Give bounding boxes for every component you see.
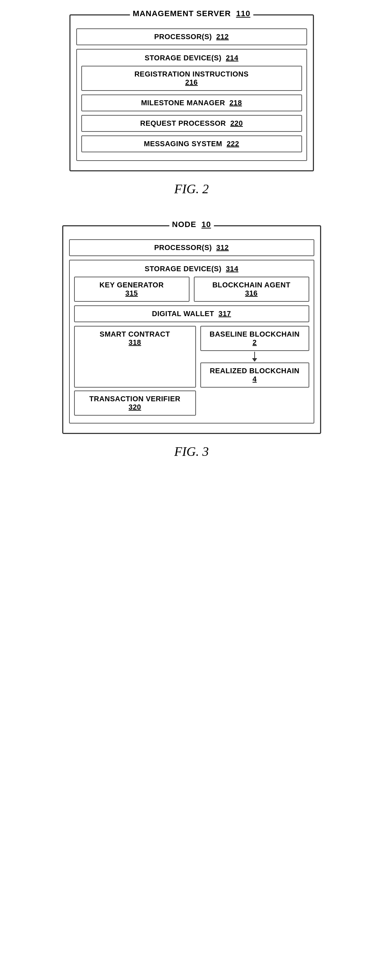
smart-contract-ref: 318 xyxy=(129,339,141,346)
management-server-text: MANAGEMENT SERVER xyxy=(133,9,231,18)
reg-instructions-label: REGISTRATION INSTRUCTIONS xyxy=(134,70,249,78)
key-generator-ref: 315 xyxy=(126,289,138,297)
connector1 xyxy=(200,352,309,362)
request-processor-ref: 220 xyxy=(230,119,243,127)
processor-box-fig2: PROCESSOR(S) 212 xyxy=(76,29,307,45)
fig2-label: FIG. 2 xyxy=(174,181,209,197)
processor-ref-fig3: 312 xyxy=(216,243,229,251)
management-server-ref: 110 xyxy=(236,9,250,18)
blockchain-agent-label: BLOCKCHAIN AGENT xyxy=(212,281,290,289)
blockchain-agent-ref: 316 xyxy=(245,289,258,297)
transaction-verifier-label: TRANSACTION VERIFIER xyxy=(89,395,180,403)
processor-box-fig3: PROCESSOR(S) 312 xyxy=(69,239,314,256)
baseline-blockchain-box: BASELINE BLOCKCHAIN 2 xyxy=(200,326,309,351)
storage-label-fig3: STORAGE DEVICE(S) 314 xyxy=(74,265,309,273)
reg-instructions-ref: 216 xyxy=(185,78,198,86)
connector-line1 xyxy=(254,352,255,358)
request-processor-box: REQUEST PROCESSOR 220 xyxy=(81,115,302,132)
arrow-down1 xyxy=(252,358,257,362)
messaging-system-ref: 222 xyxy=(227,140,239,148)
node-label: NODE 10 xyxy=(169,220,214,229)
digital-wallet-ref: 317 xyxy=(219,310,231,318)
row4-fig3: TRANSACTION VERIFIER 320 xyxy=(74,390,309,416)
fig2-diagram: MANAGEMENT SERVER 110 PROCESSOR(S) 212 S… xyxy=(22,14,361,211)
storage-ref-fig3: 314 xyxy=(226,265,238,273)
smart-contract-box: SMART CONTRACT 318 xyxy=(74,326,196,388)
baseline-blockchain-label: BASELINE BLOCKCHAIN xyxy=(210,330,300,338)
management-server-label: MANAGEMENT SERVER 110 xyxy=(130,9,253,18)
storage-box-fig2: STORAGE DEVICE(S) 214 REGISTRATION INSTR… xyxy=(76,49,307,161)
processor-label-fig2: PROCESSOR(S) xyxy=(154,33,212,41)
baseline-blockchain-ref: 2 xyxy=(252,339,257,346)
realized-blockchain-box: REALIZED BLOCKCHAIN 4 xyxy=(200,363,309,388)
fig3-label: FIG. 3 xyxy=(174,444,209,459)
digital-wallet-label: DIGITAL WALLET xyxy=(152,310,214,318)
storage-text-fig3: STORAGE DEVICE(S) xyxy=(145,265,222,273)
storage-box-fig3: STORAGE DEVICE(S) 314 KEY GENERATOR 315 … xyxy=(69,260,314,423)
milestone-manager-box: MILESTONE MANAGER 218 xyxy=(81,94,302,111)
node-ref: 10 xyxy=(201,220,211,229)
request-processor-label: REQUEST PROCESSOR xyxy=(140,119,226,127)
messaging-system-label: MESSAGING SYSTEM xyxy=(144,140,222,148)
row3-fig3: SMART CONTRACT 318 BASELINE BLOCKCHAIN 2… xyxy=(74,326,309,388)
storage-text-fig2: STORAGE DEVICE(S) xyxy=(145,54,222,62)
processor-ref-fig2: 212 xyxy=(216,33,229,41)
realized-blockchain-label: REALIZED BLOCKCHAIN xyxy=(210,367,300,375)
realized-blockchain-ref: 4 xyxy=(252,375,257,383)
key-generator-box: KEY GENERATOR 315 xyxy=(74,277,190,302)
milestone-manager-ref: 218 xyxy=(230,99,242,107)
fig3-diagram: NODE 10 PROCESSOR(S) 312 STORAGE DEVICE(… xyxy=(22,225,361,474)
node-text: NODE xyxy=(172,220,196,229)
management-server-box: MANAGEMENT SERVER 110 PROCESSOR(S) 212 S… xyxy=(69,14,314,171)
row1-fig3: KEY GENERATOR 315 BLOCKCHAIN AGENT 316 xyxy=(74,277,309,302)
baseline-col: BASELINE BLOCKCHAIN 2 REALIZED BLOCKCHAI… xyxy=(200,326,309,388)
empty-spacer xyxy=(200,390,309,416)
node-box: NODE 10 PROCESSOR(S) 312 STORAGE DEVICE(… xyxy=(62,225,321,434)
blockchain-agent-box: BLOCKCHAIN AGENT 316 xyxy=(194,277,309,302)
storage-ref-fig2: 214 xyxy=(226,54,238,62)
key-generator-label: KEY GENERATOR xyxy=(100,281,164,289)
processor-label-fig3: PROCESSOR(S) xyxy=(154,243,212,251)
transaction-verifier-box: TRANSACTION VERIFIER 320 xyxy=(74,390,196,416)
transaction-verifier-ref: 320 xyxy=(129,403,141,411)
storage-label-fig2: STORAGE DEVICE(S) 214 xyxy=(81,54,302,62)
milestone-manager-label: MILESTONE MANAGER xyxy=(141,99,225,107)
smart-contract-label: SMART CONTRACT xyxy=(100,330,170,338)
messaging-system-box: MESSAGING SYSTEM 222 xyxy=(81,135,302,152)
digital-wallet-box: DIGITAL WALLET 317 xyxy=(74,305,309,322)
reg-instructions-box: REGISTRATION INSTRUCTIONS 216 xyxy=(81,66,302,91)
